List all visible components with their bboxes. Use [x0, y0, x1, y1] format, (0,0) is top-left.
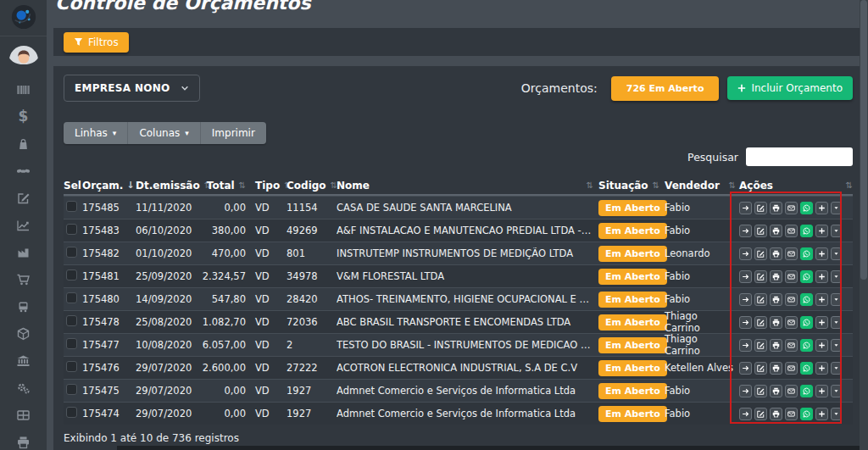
action-edit-button[interactable] — [754, 293, 767, 306]
filtros-button[interactable]: Filtros — [64, 32, 129, 53]
action-more-button[interactable] — [831, 316, 842, 329]
sidebar-item-relatorios[interactable] — [14, 217, 33, 233]
action-whatsapp-button[interactable] — [800, 362, 813, 375]
action-add-button[interactable] — [815, 293, 828, 306]
app-logo[interactable] — [10, 3, 37, 31]
action-open-button[interactable] — [739, 385, 752, 397]
action-print-button[interactable] — [770, 270, 782, 283]
action-open-button[interactable] — [739, 270, 752, 283]
row-checkbox[interactable] — [66, 384, 77, 395]
action-open-button[interactable] — [739, 247, 752, 260]
action-print-button[interactable] — [770, 316, 782, 329]
action-whatsapp-button[interactable] — [800, 385, 813, 397]
sidebar-item-fiscal[interactable] — [14, 353, 33, 369]
table-row[interactable]: 175476 29/07/2020 2.600,00 VD 27222 ACOT… — [64, 356, 853, 379]
imprimir-button[interactable]: Imprimir — [201, 122, 266, 144]
table-row[interactable]: 175480 14/09/2020 547,80 VD 28420 ATHOS-… — [64, 287, 853, 310]
table-row[interactable]: 175477 10/08/2020 6.057,00 VD 2 TESTO DO… — [64, 333, 853, 356]
table-row[interactable]: 175478 25/08/2020 1.082,70 VD 72036 ABC … — [64, 310, 853, 333]
action-open-button[interactable] — [739, 225, 752, 237]
action-more-button[interactable] — [831, 362, 842, 375]
action-more-button[interactable] — [831, 247, 842, 260]
action-edit-button[interactable] — [754, 225, 767, 237]
sidebar-item-estoque[interactable] — [14, 325, 33, 342]
action-add-button[interactable] — [815, 225, 828, 237]
header-dt-emissao[interactable]: Dt.emissão⇅ — [136, 180, 202, 192]
action-open-button[interactable] — [739, 362, 752, 375]
table-row[interactable]: 175482 01/10/2020 470,00 VD 801 INSTRUTE… — [64, 242, 853, 264]
open-count-button[interactable]: 726 Em Aberto — [611, 76, 720, 101]
table-row[interactable]: 175481 25/09/2020 2.324,57 VD 34978 V&M … — [64, 264, 853, 287]
table-row[interactable]: 175475 29/07/2020 0,00 VD 1927 Admnet Co… — [64, 379, 853, 402]
action-more-button[interactable] — [831, 270, 842, 283]
table-row[interactable]: 175474 29/07/2020 0,00 VD 1927 Admnet Co… — [64, 402, 853, 425]
action-print-button[interactable] — [770, 247, 782, 260]
action-whatsapp-button[interactable] — [800, 316, 813, 329]
action-print-button[interactable] — [770, 385, 782, 397]
row-checkbox[interactable] — [66, 315, 77, 326]
action-add-button[interactable] — [815, 247, 828, 260]
sidebar-item-vendas[interactable] — [14, 271, 33, 287]
action-add-button[interactable] — [815, 408, 828, 420]
include-orcamento-button[interactable]: Incluir Orçamento — [727, 76, 853, 100]
action-email-button[interactable] — [785, 293, 798, 306]
sidebar-item-entregas[interactable] — [14, 298, 33, 314]
action-email-button[interactable] — [785, 270, 798, 283]
action-email-button[interactable] — [785, 408, 798, 420]
action-more-button[interactable] — [831, 225, 842, 237]
header-vendedor[interactable]: Vendedor⇅ — [665, 180, 736, 192]
sidebar-item-barcode[interactable] — [14, 81, 33, 97]
action-open-button[interactable] — [739, 408, 752, 420]
action-email-button[interactable] — [785, 316, 798, 329]
table-row[interactable]: 175483 06/10/2020 380,00 VD 49269 A&F IN… — [64, 219, 853, 242]
action-print-button[interactable] — [770, 202, 782, 214]
sidebar-item-impressao[interactable] — [14, 434, 33, 450]
scrollbar-thumb[interactable] — [860, 0, 867, 280]
row-checkbox[interactable] — [66, 201, 77, 212]
action-edit-button[interactable] — [754, 339, 767, 352]
action-print-button[interactable] — [770, 293, 782, 306]
header-tipo[interactable]: Tipo⇅ — [246, 180, 287, 192]
action-add-button[interactable] — [815, 316, 828, 329]
action-email-button[interactable] — [785, 362, 798, 375]
action-print-button[interactable] — [770, 362, 782, 375]
header-nome[interactable]: Nome⇅ — [337, 180, 598, 192]
row-checkbox[interactable] — [66, 292, 77, 303]
action-more-button[interactable] — [831, 202, 842, 214]
row-checkbox[interactable] — [66, 361, 77, 372]
action-more-button[interactable] — [831, 293, 842, 306]
action-add-button[interactable] — [815, 270, 828, 283]
action-email-button[interactable] — [785, 247, 798, 260]
action-edit-button[interactable] — [754, 270, 767, 283]
sidebar-item-negocios[interactable] — [14, 163, 33, 179]
header-situacao[interactable]: Situação⇅ — [598, 180, 665, 192]
row-checkbox[interactable] — [66, 407, 77, 418]
action-edit-button[interactable] — [754, 385, 767, 397]
action-print-button[interactable] — [770, 408, 782, 420]
vertical-scrollbar[interactable] — [860, 0, 868, 450]
action-open-button[interactable] — [739, 316, 752, 329]
action-whatsapp-button[interactable] — [800, 225, 813, 237]
action-print-button[interactable] — [770, 225, 782, 237]
action-edit-button[interactable] — [754, 247, 767, 260]
action-open-button[interactable] — [739, 339, 752, 352]
sidebar-item-compras[interactable] — [14, 136, 33, 152]
action-whatsapp-button[interactable] — [800, 247, 813, 260]
action-whatsapp-button[interactable] — [800, 293, 813, 306]
action-more-button[interactable] — [831, 385, 842, 397]
action-whatsapp-button[interactable] — [800, 408, 813, 420]
sidebar-item-tabelas[interactable] — [14, 407, 33, 423]
table-row[interactable]: 175485 11/11/2020 0,00 VD 11154 CASA DE … — [64, 196, 853, 219]
header-total[interactable]: Total⇅ — [202, 180, 246, 192]
action-email-button[interactable] — [785, 385, 798, 397]
action-whatsapp-button[interactable] — [800, 202, 813, 214]
action-add-button[interactable] — [815, 385, 828, 397]
search-input[interactable] — [746, 147, 853, 166]
action-edit-button[interactable] — [754, 202, 767, 214]
action-print-button[interactable] — [770, 339, 782, 352]
company-select[interactable]: EMPRESA NONO — [64, 75, 200, 102]
action-add-button[interactable] — [815, 362, 828, 375]
action-more-button[interactable] — [831, 408, 842, 420]
action-open-button[interactable] — [739, 293, 752, 306]
row-checkbox[interactable] — [66, 338, 77, 349]
